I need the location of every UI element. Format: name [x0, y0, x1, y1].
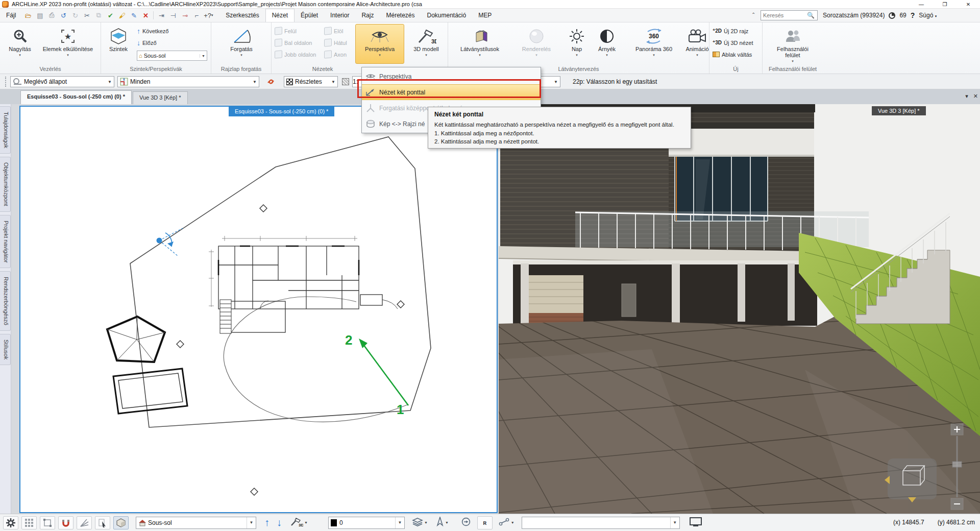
brush-icon[interactable]: 🖌 — [118, 11, 126, 19]
menu-dokumentacio[interactable]: Dokumentáció — [421, 10, 473, 21]
camera-viewpoint-icon[interactable] — [157, 228, 183, 256]
tab-list-icon[interactable]: ▾ — [965, 93, 968, 100]
link-chain-icon[interactable] — [265, 77, 277, 87]
selection-frame-icon[interactable] — [40, 516, 55, 529]
menu-item-nezet-ket-ponttal[interactable]: Nézet két ponttal — [362, 84, 541, 100]
walk-mode-icon[interactable] — [461, 517, 471, 528]
tab-esquisse03[interactable]: Esquisse03 - Sous-sol (-250 cm) (0) * — [20, 90, 132, 104]
detail-level-select[interactable]: Részletes▼ — [284, 76, 338, 87]
render-3d-canvas[interactable] — [499, 104, 980, 514]
panorama-360-button[interactable]: 360 Panoráma 360▾ — [624, 24, 684, 64]
level-up-button[interactable]: ↑ — [264, 517, 270, 528]
relative-coords-toggle[interactable]: ʀ — [477, 516, 493, 529]
menu-meretezes[interactable]: Méretezés — [380, 10, 421, 21]
floorplan-caption[interactable]: Esquisse03 - Sous-sol (-250 cm) (0) * — [229, 107, 334, 116]
view-axon-button[interactable]: Axon — [324, 49, 347, 60]
help-question-icon[interactable]: ? — [911, 11, 915, 19]
help-menu[interactable]: Súgó ▾ — [919, 12, 937, 19]
sidebar-item-rendszerbongeszo[interactable]: Rendszerböngésző — [0, 271, 11, 331]
menu-mep[interactable]: MEP — [472, 10, 498, 21]
point-help-icon[interactable]: +?▾ — [204, 11, 212, 19]
zoom-button[interactable]: Nagyítás▾ — [4, 24, 36, 64]
previous-level-button[interactable]: ↓Előző — [137, 37, 157, 48]
toolbar-grip[interactable] — [2, 77, 6, 87]
floorplan-view-window[interactable]: 1 2 Esquisse03 - Sous-sol (-250 cm) (0) … — [19, 106, 498, 513]
floor-plan-canvas[interactable]: 1 2 — [20, 107, 497, 512]
search-icon[interactable]: 🔍 — [807, 12, 815, 19]
next-level-button[interactable]: ↑Következő — [137, 26, 168, 36]
3d-model-button[interactable]: 3D 3D modell▾ — [408, 24, 444, 64]
sidebar-item-stilusok[interactable]: Stílusok — [0, 334, 11, 365]
dimension-icon-4[interactable]: ⌐ — [192, 11, 201, 19]
north-arrow-icon[interactable] — [436, 517, 444, 529]
perspective-button[interactable]: Perspektíva▾ — [355, 24, 404, 64]
sidebar-item-objektumkozpont[interactable]: Objektumközpont — [0, 157, 11, 212]
render-button[interactable]: Renderelés▾ — [511, 24, 561, 64]
minimize-button[interactable]: — — [910, 0, 933, 9]
search-input[interactable] — [763, 12, 807, 18]
menu-rajz[interactable]: Rajz — [355, 10, 380, 21]
view-back-button[interactable]: Hátul — [324, 37, 347, 48]
guide-lines-icon[interactable] — [77, 516, 92, 529]
cursor-select-icon[interactable] — [95, 516, 110, 529]
menu-item-perspektiva[interactable]: Perspektíva — [362, 68, 541, 84]
close-button[interactable]: ✕ — [957, 0, 980, 9]
rotate-sheet-button[interactable]: Forgatás▾ — [224, 24, 259, 64]
menu-szerkesztes[interactable]: Szerkesztés — [219, 10, 265, 21]
redo-icon[interactable]: ↻ — [71, 11, 79, 19]
grid-snap-icon[interactable] — [21, 516, 37, 529]
render-3d-caption[interactable]: Vue 3D 3 [Kép] * — [872, 106, 926, 115]
fit-screen-icon[interactable] — [689, 517, 702, 529]
node-link-caret[interactable]: ▼ — [511, 521, 514, 524]
user-interface-button[interactable]: Felhasználói felület▾ — [770, 24, 816, 64]
new-2d-drawing-button[interactable]: ⁺2DÚj 2D rajz — [713, 26, 748, 36]
delete-icon[interactable]: ✕ — [141, 11, 150, 19]
search-box[interactable]: 🔍 — [761, 10, 818, 20]
dimension-icon-3[interactable]: ⊸ — [181, 11, 189, 19]
menu-file[interactable]: Fájl — [0, 10, 22, 21]
open-icon[interactable]: 🗁 — [24, 11, 32, 19]
cut-icon[interactable]: ✂ — [83, 11, 91, 19]
view-front-button[interactable]: Elöl — [324, 26, 343, 36]
navigation-cube-widget[interactable] — [885, 458, 937, 502]
layers-caret[interactable]: ▼ — [424, 521, 428, 524]
pencil-icon[interactable]: ✎ — [130, 11, 138, 19]
sidebar-item-projekt-navigator[interactable]: Projekt navigátor — [0, 215, 11, 269]
sidebar-item-tulajdonsagok[interactable]: Tulajdonságok — [0, 106, 11, 154]
status-level-select[interactable]: Sous-sol▼ — [136, 517, 256, 529]
copy-icon[interactable]: ⧉ — [94, 11, 103, 19]
menu-interior[interactable]: Interior — [324, 10, 355, 21]
new-3d-view-button[interactable]: ⁺3DÚj 3D nézet — [713, 37, 753, 48]
settings-gear-icon[interactable] — [3, 516, 18, 529]
switch-window-button[interactable]: Ablak váltás — [713, 49, 752, 60]
build-3d-caret[interactable]: ▼ — [304, 521, 308, 524]
north-caret[interactable]: ▼ — [445, 521, 449, 524]
node-link-icon[interactable] — [499, 518, 510, 528]
pen-color-select[interactable]: 0▼ — [328, 517, 405, 529]
view-right-button[interactable]: Jobb oldalon — [275, 49, 316, 60]
save-icon[interactable]: ▤ — [36, 11, 44, 19]
command-input-select[interactable]: ▼ — [522, 517, 680, 529]
tab-vue3d[interactable]: Vue 3D 3 [Kép] * — [133, 91, 188, 104]
magnet-snap-icon[interactable] — [58, 516, 74, 529]
isolate-elements-button[interactable]: ★ Elemek elkülönítése▾ — [38, 24, 98, 64]
tab-close-icon[interactable]: ✕ — [973, 93, 978, 100]
level-down-button[interactable]: ↓ — [277, 517, 282, 528]
shadow-button[interactable]: Árnyék▾ — [592, 24, 622, 64]
render-3d-view-window[interactable]: Vue 3D 3 [Kép] * — [499, 104, 980, 514]
level-select[interactable]: ⌂ Sous-sol▼ — [137, 51, 207, 61]
animation-button[interactable]: Animáció▾ — [687, 24, 707, 64]
dimension-icon-1[interactable]: ⇥ — [157, 11, 165, 19]
visibility-filter-select[interactable]: Minden▼ — [117, 76, 259, 87]
view-left-button[interactable]: Bal oldalon — [275, 37, 312, 48]
levels-button[interactable]: Szintek — [103, 24, 134, 64]
state-filter-select[interactable]: Meglévő állapot▼ — [10, 76, 114, 87]
view-top-button[interactable]: Felül — [275, 26, 297, 36]
print-icon[interactable]: ⎙ — [47, 11, 56, 19]
collapse-ribbon-icon[interactable]: ⌃ — [751, 12, 755, 17]
maximize-button[interactable]: ❐ — [933, 0, 957, 9]
dimension-icon-2[interactable]: ⊣ — [169, 11, 177, 19]
3d-box-mode-icon[interactable] — [113, 516, 129, 529]
layers-icon[interactable] — [412, 517, 423, 528]
build-3d-icon[interactable]: 3D — [290, 517, 303, 529]
